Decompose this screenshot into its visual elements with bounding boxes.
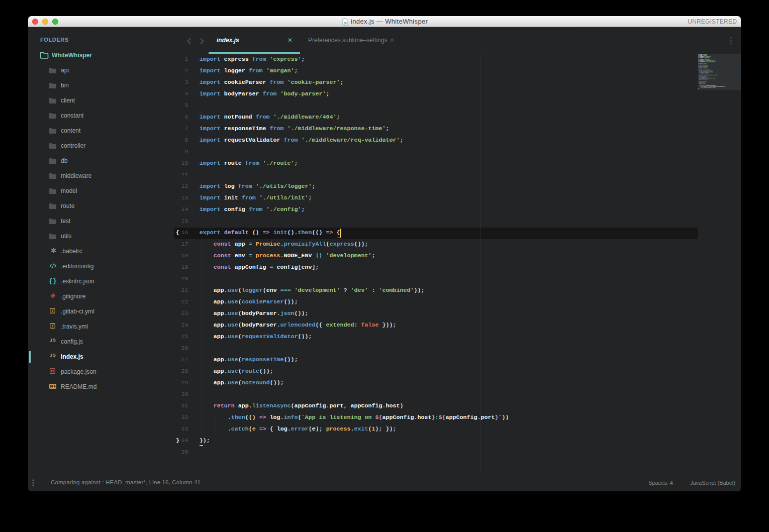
svg-text:Y: Y [51,309,54,312]
svg-text:}: } [53,277,57,284]
svg-text:Y: Y [51,324,54,328]
svg-text:{: { [49,277,53,284]
